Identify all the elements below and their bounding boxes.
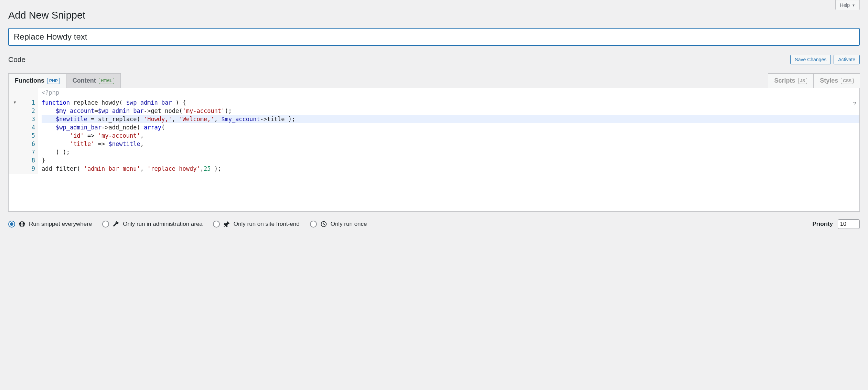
radio-indicator[interactable] — [213, 221, 220, 228]
code-line[interactable]: 'id' => 'my-account', — [42, 131, 859, 140]
line-number: 6 — [21, 140, 35, 148]
line-number: 2 — [21, 107, 35, 115]
code-line[interactable]: 'title' => $newtitle, — [42, 140, 859, 148]
activate-button[interactable]: Activate — [834, 55, 860, 64]
line-number: 3 — [21, 115, 35, 123]
chevron-down-icon: ▼ — [852, 3, 855, 7]
scope-option-label: Only run on site front-end — [234, 221, 300, 228]
fold-gutter[interactable]: ▼ — [9, 97, 21, 174]
pin-icon — [223, 221, 230, 228]
help-button[interactable]: Help ▼ — [835, 0, 860, 10]
tab-scripts[interactable]: Scripts JS — [768, 73, 814, 88]
code-line[interactable]: add_filter( 'admin_bar_menu', 'replace_h… — [42, 165, 859, 173]
code-section-label: Code — [8, 55, 25, 64]
php-open-tag: <?php — [38, 88, 59, 97]
tab-scripts-label: Scripts — [774, 77, 795, 84]
code-line[interactable]: ) ); — [42, 148, 859, 156]
line-number: 1 — [21, 98, 35, 107]
radio-indicator[interactable] — [8, 221, 15, 228]
html-badge: HTML — [99, 78, 114, 84]
line-number: 5 — [21, 131, 35, 140]
help-label: Help — [840, 2, 850, 8]
radio-indicator[interactable] — [310, 221, 317, 228]
editor-help-icon[interactable]: ? — [853, 101, 856, 106]
scope-option-once[interactable]: Only run once — [310, 221, 367, 228]
code-lines[interactable]: function replace_howdy( $wp_admin_bar ) … — [38, 97, 859, 174]
fold-marker-icon[interactable]: ▼ — [9, 98, 21, 107]
scope-option-label: Only run in administration area — [123, 221, 203, 228]
js-badge: JS — [798, 78, 807, 84]
scope-option-label: Run snippet everywhere — [29, 221, 92, 228]
line-number: 7 — [21, 148, 35, 156]
save-changes-button[interactable]: Save Changes — [790, 55, 831, 64]
code-line[interactable]: $newtitle = str_replace( 'Howdy,', 'Welc… — [42, 115, 859, 123]
scope-option-frontend[interactable]: Only run on site front-end — [213, 221, 300, 228]
tab-functions[interactable]: Functions PHP — [8, 73, 66, 88]
radio-indicator[interactable] — [102, 221, 109, 228]
code-line[interactable]: $my_account=$wp_admin_bar->get_node('my-… — [42, 107, 859, 115]
scope-option-label: Only run once — [331, 221, 367, 228]
tab-content-label: Content — [73, 77, 96, 84]
globe-icon — [19, 221, 25, 228]
php-badge: PHP — [47, 78, 60, 84]
scope-option-admin[interactable]: Only run in administration area — [102, 221, 203, 228]
line-number: 8 — [21, 156, 35, 165]
tab-functions-label: Functions — [15, 77, 44, 84]
code-line[interactable]: $wp_admin_bar->add_node( array( — [42, 123, 859, 131]
css-badge: CSS — [841, 78, 854, 84]
scope-option-everywhere[interactable]: Run snippet everywhere — [8, 221, 92, 228]
snippet-title-input[interactable] — [8, 28, 860, 46]
scope-radio-group: Run snippet everywhereOnly run in admini… — [8, 221, 367, 228]
code-line[interactable]: } — [42, 156, 859, 165]
code-editor[interactable]: <?php ? ▼ 123456789 function replace_how… — [8, 88, 860, 212]
tab-styles[interactable]: Styles CSS — [813, 73, 860, 88]
priority-label: Priority — [812, 221, 833, 228]
clock-icon — [320, 221, 327, 228]
priority-input[interactable] — [838, 219, 860, 229]
line-number: 4 — [21, 123, 35, 131]
line-number-gutter: 123456789 — [21, 97, 38, 174]
gutter-spacer — [9, 88, 38, 97]
wrench-icon — [112, 221, 119, 228]
page-title: Add New Snippet — [8, 10, 85, 21]
tab-content[interactable]: Content HTML — [66, 73, 121, 88]
line-number: 9 — [21, 165, 35, 173]
code-line[interactable]: function replace_howdy( $wp_admin_bar ) … — [42, 98, 859, 107]
tab-styles-label: Styles — [820, 77, 838, 84]
